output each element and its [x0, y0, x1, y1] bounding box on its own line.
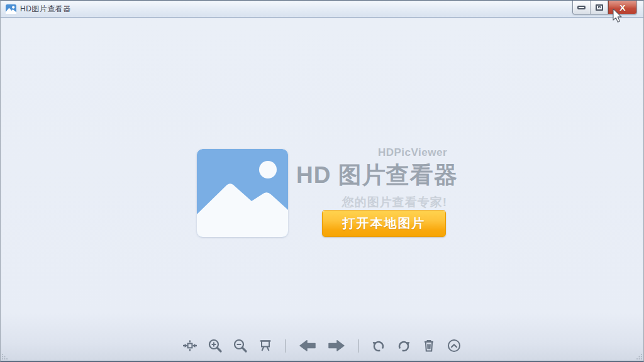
image-placeholder-logo	[197, 149, 288, 237]
app-tagline: 您的图片查看专家!	[296, 194, 447, 211]
collapse-toolbar-icon[interactable]	[447, 338, 462, 353]
brand-block: HDPicViewer HD 图片查看器 您的图片查看专家! 打开本地图片	[197, 146, 447, 238]
brand-text: HDPicViewer HD 图片查看器 您的图片查看专家!	[296, 146, 447, 211]
resize-grip[interactable]	[1, 353, 8, 360]
bottom-toolbar	[1, 337, 643, 354]
close-button[interactable]: X	[608, 1, 636, 14]
rotate-right-icon[interactable]	[396, 338, 411, 353]
close-icon: X	[619, 3, 625, 11]
zoom-in-icon[interactable]	[208, 338, 223, 353]
resize-grip[interactable]	[636, 353, 643, 360]
title-bar[interactable]: HD图片查看器	[1, 1, 643, 18]
open-local-image-button[interactable]: 打开本地图片	[322, 210, 446, 237]
minimize-icon	[577, 6, 586, 9]
next-image-icon[interactable]	[327, 338, 346, 353]
app-logo-icon	[6, 4, 16, 14]
previous-image-icon[interactable]	[298, 338, 317, 353]
zoom-out-icon[interactable]	[233, 338, 248, 353]
slideshow-icon[interactable]	[258, 338, 273, 353]
toolbar-separator	[285, 339, 286, 353]
fit-to-window-icon[interactable]	[182, 338, 197, 353]
window-title: HD图片查看器	[20, 4, 71, 14]
app-window: HD图片查看器 X HDPicViewer HD 图片查看器 您的图片查看专家!	[0, 0, 644, 362]
toolbar-separator	[358, 339, 359, 353]
minimize-button[interactable]	[573, 1, 591, 14]
rotate-left-icon[interactable]	[371, 338, 386, 353]
app-name-english: HDPicViewer	[296, 146, 447, 159]
maximize-button[interactable]	[591, 1, 608, 14]
window-controls: X	[572, 1, 637, 14]
viewer-canvas: HDPicViewer HD 图片查看器 您的图片查看专家! 打开本地图片	[1, 18, 643, 361]
maximize-icon	[596, 4, 603, 11]
delete-icon[interactable]	[421, 338, 436, 353]
app-name-chinese: HD 图片查看器	[296, 160, 447, 191]
